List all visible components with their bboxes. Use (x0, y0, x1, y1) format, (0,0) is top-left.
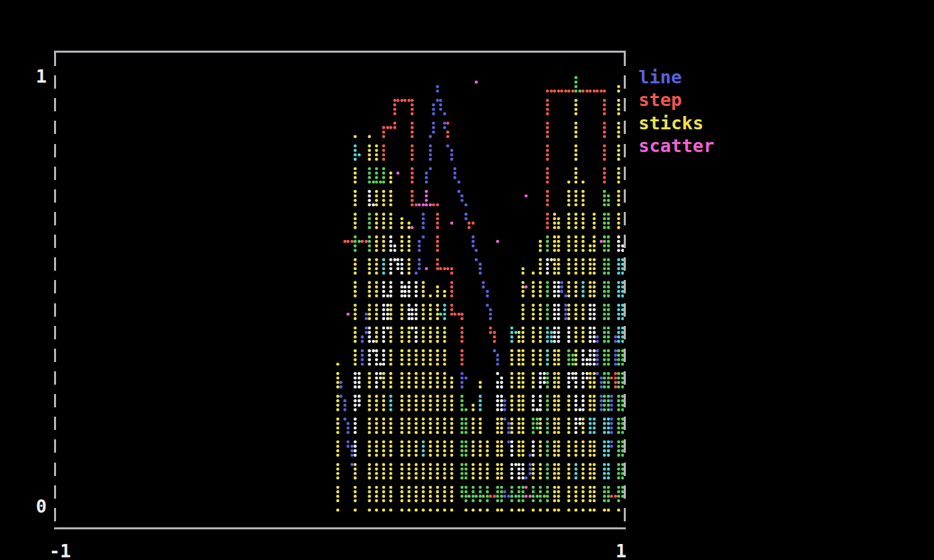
legend-item-line: line (638, 66, 715, 89)
plot-border-right (624, 53, 626, 527)
x-tick-1: 1 (610, 542, 632, 560)
terminal-screen: 1 0 -1 1 line step sticks scatter (0, 0, 934, 560)
x-tick-neg1: -1 (48, 542, 72, 560)
y-tick-0: 0 (25, 497, 47, 516)
legend-item-scatter: scatter (638, 135, 715, 157)
legend-item-sticks: sticks (638, 112, 715, 135)
plot-canvas (54, 51, 624, 529)
legend-item-step: step (638, 89, 715, 111)
legend: line step sticks scatter (638, 66, 715, 157)
y-tick-1: 1 (25, 67, 47, 86)
